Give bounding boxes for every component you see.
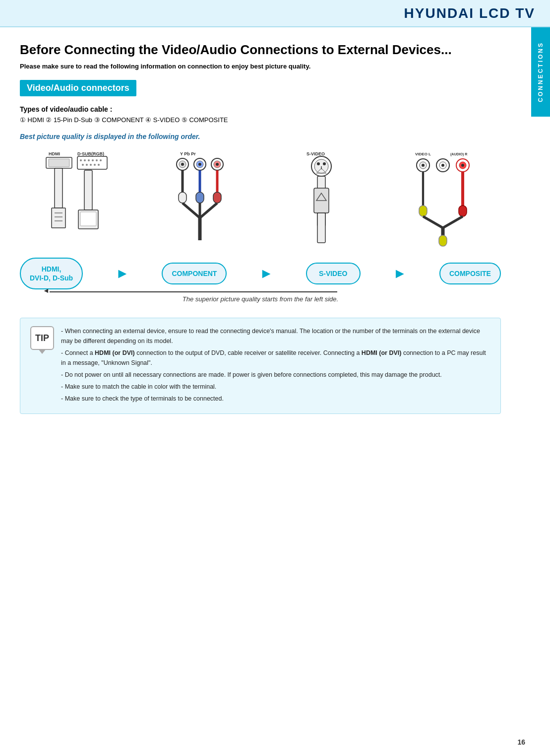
- svg-point-7: [88, 159, 90, 161]
- section-header: Video/Audio connectors: [20, 80, 136, 96]
- svg-text:D·SUB(RGB): D·SUB(RGB): [77, 151, 104, 156]
- svg-point-33: [216, 163, 219, 166]
- label-composite: COMPOSITE: [439, 263, 501, 284]
- best-quality-label: Best picture quality is displayed in the…: [20, 133, 501, 140]
- connector-hdmi: HDMI D·SUB(RGB): [20, 148, 136, 253]
- tip-item-5: - Make sure to check the type of termina…: [61, 394, 490, 404]
- svg-rect-16: [55, 168, 62, 208]
- svg-point-62: [441, 164, 444, 167]
- svg-point-15: [98, 164, 100, 166]
- svg-point-14: [94, 164, 96, 166]
- tip-box: TIP - When connecting an external device…: [20, 318, 501, 414]
- cable-types-list: ① HDMI ② 15-Pin D-Sub ③ COMPONENT ④ S-VI…: [20, 116, 501, 124]
- svg-text:HDMI: HDMI: [49, 151, 60, 156]
- composite-svg: VIDEO L (AUDIO) R: [408, 148, 478, 253]
- svg-rect-3: [49, 159, 69, 167]
- svg-rect-42: [196, 192, 204, 203]
- tip-icon: TIP: [30, 326, 54, 350]
- page-subtitle: Please make sure to read the following i…: [20, 63, 501, 70]
- cable-types-label: Types of video/audio cable :: [20, 105, 501, 113]
- arrow-line: [50, 291, 337, 292]
- tip-item-4: - Make sure to match the cable in color …: [61, 382, 490, 392]
- hdmi-svg: HDMI D·SUB(RGB): [44, 148, 113, 253]
- svg-point-13: [90, 164, 92, 166]
- svg-point-10: [100, 159, 102, 161]
- arrow-line-container: [50, 291, 501, 292]
- svg-point-27: [181, 163, 184, 166]
- svg-text:VIDEO    L: VIDEO L: [415, 152, 431, 156]
- svg-rect-74: [439, 235, 447, 246]
- svg-rect-17: [52, 208, 65, 228]
- svg-point-48: [323, 162, 326, 165]
- svg-point-59: [422, 164, 425, 167]
- svg-rect-41: [179, 192, 186, 203]
- tip-item-3: - Do not power on until all necessary co…: [61, 370, 490, 380]
- connector-svideo: S-VIDEO: [263, 148, 379, 253]
- tip-label: TIP: [35, 333, 49, 344]
- svg-point-8: [92, 159, 94, 161]
- svg-rect-70: [459, 206, 467, 216]
- svg-text:(AUDIO) R: (AUDIO) R: [450, 152, 467, 156]
- arrow-3: ►: [393, 266, 407, 281]
- svg-rect-43: [213, 192, 221, 203]
- component-svg: Y Pb Pr: [165, 148, 235, 253]
- sidebar-connections: CONNECTIONS: [531, 27, 550, 117]
- arrow-2: ►: [259, 266, 273, 281]
- header-bar: HYUNDAI LCD TV: [0, 0, 550, 27]
- svg-point-6: [84, 159, 86, 161]
- label-hdmi: HDMI,DVI-D, D-Sub: [20, 258, 83, 289]
- svg-point-5: [80, 159, 82, 161]
- svg-line-72: [443, 216, 463, 228]
- svg-text:S-VIDEO: S-VIDEO: [306, 151, 325, 156]
- page-title: Before Connecting the Video/Audio Connec…: [20, 42, 501, 58]
- sidebar-connections-label: CONNECTIONS: [537, 42, 544, 102]
- header-title: HYUNDAI LCD TV: [404, 5, 535, 21]
- connectors-area: HDMI D·SUB(RGB): [20, 148, 501, 303]
- svg-rect-4: [77, 156, 107, 169]
- svg-rect-21: [84, 170, 92, 210]
- svg-point-47: [317, 162, 320, 165]
- arrow-caption: The superior picture quality starts from…: [20, 295, 501, 303]
- label-svideo: S-VIDEO: [306, 263, 361, 284]
- svg-point-30: [198, 163, 201, 166]
- svg-line-71: [423, 216, 443, 228]
- svg-rect-54: [317, 213, 325, 243]
- tip-content: - When connecting an external device, en…: [61, 326, 490, 406]
- connector-component: Y Pb Pr: [141, 148, 258, 253]
- labels-row: HDMI,DVI-D, D-Sub ► COMPONENT ► S-VIDEO …: [20, 258, 501, 289]
- svideo-svg: S-VIDEO: [287, 148, 356, 253]
- connectors-images-row: HDMI D·SUB(RGB): [20, 148, 501, 253]
- svg-point-9: [96, 159, 98, 161]
- page-number: 16: [517, 738, 525, 746]
- svg-point-11: [82, 164, 84, 166]
- svg-line-39: [200, 203, 217, 218]
- svg-line-37: [183, 203, 200, 218]
- connector-composite: VIDEO L (AUDIO) R: [384, 148, 501, 253]
- svg-point-65: [461, 164, 464, 167]
- svg-rect-23: [80, 212, 96, 226]
- main-content: Before Connecting the Video/Audio Connec…: [0, 27, 521, 439]
- tip-item-2: - Connect a HDMI (or DVI) connection to …: [61, 348, 490, 368]
- arrow-1: ►: [116, 266, 129, 281]
- svg-text:Y    Pb    Pr: Y Pb Pr: [180, 151, 196, 156]
- svg-rect-69: [419, 206, 427, 216]
- label-component: COMPONENT: [162, 263, 227, 284]
- svg-point-12: [86, 164, 88, 166]
- tip-item-1: - When connecting an external device, en…: [61, 326, 490, 346]
